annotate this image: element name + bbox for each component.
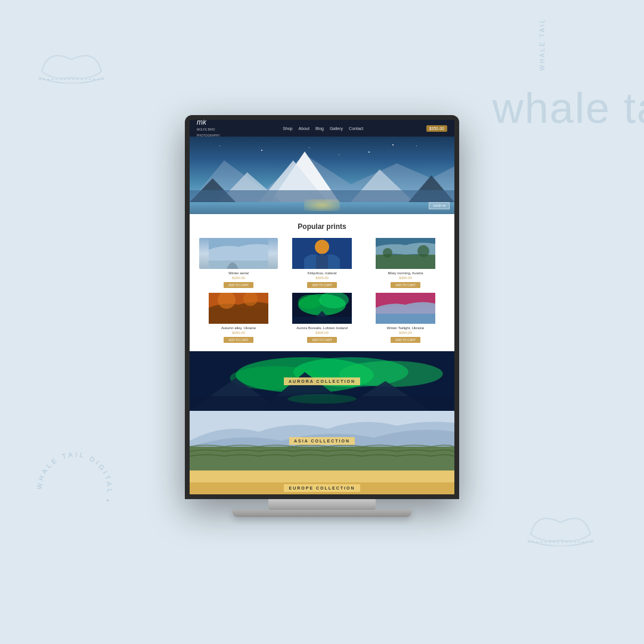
print-title-2: Misty morning, Austria [366,271,445,275]
print-title-5: Winter Twilight, Ukraine [366,326,445,330]
monitor-base [233,510,411,517]
nav-about[interactable]: About [299,126,309,131]
print-item-0: Winter aerial $150.00 ADD TO CART [199,238,278,288]
print-item-4: Aurora Borealis, Lofoten Iceland $508.00… [283,293,361,343]
nav-contact[interactable]: Contact [349,126,363,131]
print-thumb-2 [366,238,445,269]
add-to-cart-button-1[interactable]: ADD TO CART [307,282,337,288]
print-thumb-0 [199,238,278,269]
prints-grid: Winter aerial $150.00 ADD TO CART [199,238,445,343]
print-item-5: Winter Twilight, Ukraine $350.00 ADD TO … [366,293,445,343]
shop-all-button[interactable]: SHOP All [429,202,450,209]
vertical-whale-tail-text: WHALE TAIL [539,18,546,71]
svg-text:WHALE TAIL DIGITAL •: WHALE TAIL DIGITAL • [36,451,114,505]
asia-collection-section[interactable]: ASIA COLLECTION [190,411,454,470]
print-price-5: $350.00 [366,331,445,335]
whale-tail-icon-bottomright [525,487,596,549]
print-price-0: $150.00 [199,276,278,280]
add-to-cart-button-2[interactable]: ADD TO CART [391,282,420,288]
nav-gallery[interactable]: Gallery [330,126,343,131]
whale-tail-icon-topleft [36,24,107,86]
cart-button[interactable]: $350.00 [426,125,447,132]
nav-blog[interactable]: Blog [315,126,324,131]
monitor-screen: mk MOLFE BIRDPHOTOGRAPHY Shop About Blog… [185,115,459,499]
print-price-4: $508.00 [283,331,361,335]
svg-point-42 [287,394,357,404]
nav-links[interactable]: Shop About Blog Gallery Contact [283,126,363,131]
svg-rect-32 [376,314,435,324]
print-price-3: $350.00 [199,331,278,335]
add-to-cart-button-4[interactable]: ADD TO CART [307,337,337,343]
print-price-2: $350.00 [366,276,445,280]
hero-image: SHOP All [190,137,454,214]
print-thumb-4 [283,293,361,324]
circular-watermark-text: WHALE TAIL DIGITAL • [30,445,119,537]
svg-point-18 [383,248,392,258]
add-to-cart-button-3[interactable]: ADD TO CART [224,337,253,343]
svg-point-14 [315,240,329,254]
monitor-frame: mk MOLFE BIRDPHOTOGRAPHY Shop About Blog… [185,115,459,517]
website-content: mk MOLFE BIRDPHOTOGRAPHY Shop About Blog… [190,120,454,494]
svg-rect-12 [209,261,268,269]
svg-rect-15 [316,256,328,269]
logo-subtitle: MOLFE BIRDPHOTOGRAPHY [197,128,220,137]
svg-point-26 [298,295,322,309]
print-thumb-3 [199,293,278,324]
print-title-0: Winter aerial [199,271,278,275]
europe-collection-label[interactable]: EUROPE COLLECTION [284,484,360,492]
whale-ta-watermark-text: whale ta [493,83,644,132]
nav-shop[interactable]: Shop [283,126,292,131]
print-item-2: Misty morning, Austria $350.00 ADD TO CA… [366,238,445,288]
nav-bar: mk MOLFE BIRDPHOTOGRAPHY Shop About Blog… [190,120,454,137]
hero-mountains-svg [190,148,454,202]
print-item-1: Kirkjufoss, Iceland $355.00 ADD TO CART [283,238,361,288]
add-to-cart-button-5[interactable]: ADD TO CART [391,337,420,343]
logo-initials: mk [197,119,220,126]
print-title-1: Kirkjufoss, Iceland [283,271,361,275]
europe-collection-section[interactable]: EUROPE COLLECTION [190,470,454,494]
aurora-collection-label[interactable]: AURORA COLLECTION [284,377,360,385]
asia-collection-label[interactable]: ASIA COLLECTION [289,437,355,445]
popular-prints-section: Popular prints Winter aerial [190,214,454,351]
print-title-3: Autumn alley, Ukraine [199,326,278,330]
print-price-1: $355.00 [283,276,361,280]
add-to-cart-button-0[interactable]: ADD TO CART [224,282,253,288]
print-thumb-1 [283,238,361,269]
site-logo: mk MOLFE BIRDPHOTOGRAPHY [197,119,220,138]
svg-rect-17 [376,255,435,269]
monitor-stand [268,499,376,510]
print-thumb-5 [366,293,445,324]
popular-prints-title: Popular prints [199,222,445,231]
aurora-collection-section[interactable]: AURORA COLLECTION [190,351,454,411]
svg-point-19 [417,245,429,257]
print-item-3: Autumn alley, Ukraine $350.00 ADD TO CAR… [199,293,278,343]
print-title-4: Aurora Borealis, Lofoten Iceland [283,326,361,330]
svg-rect-29 [292,317,352,324]
